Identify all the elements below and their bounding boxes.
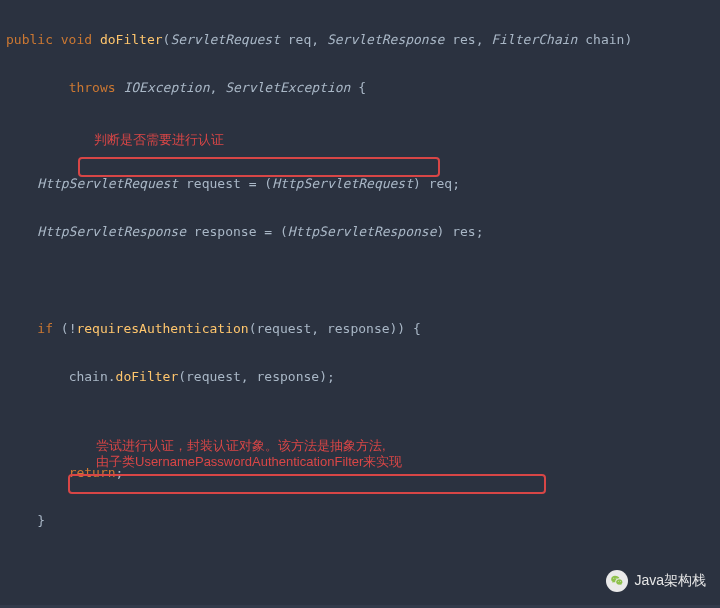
param2-name: res <box>452 32 475 47</box>
param1-name: req <box>288 32 311 47</box>
decl2-rhs: res <box>452 224 475 239</box>
annotation-note-1: 判断是否需要进行认证 <box>94 132 224 148</box>
param3-type: FilterChain <box>491 32 577 47</box>
watermark-text: Java架构栈 <box>634 568 706 594</box>
annotation-box-1 <box>78 157 440 177</box>
decl2-type: HttpServletResponse <box>37 224 186 239</box>
method-name: doFilter <box>100 32 163 47</box>
if1-arg1: request <box>256 321 311 336</box>
kw-public: public <box>6 32 53 47</box>
param1-type: ServletRequest <box>170 32 280 47</box>
chain-method: doFilter <box>116 369 179 384</box>
chain-arg2: response <box>257 369 320 384</box>
if1-call: requiresAuthentication <box>76 321 248 336</box>
exc1: IOException <box>123 80 209 95</box>
chain-obj: chain <box>69 369 108 384</box>
decl2-var: response <box>194 224 257 239</box>
param2-type: ServletResponse <box>327 32 444 47</box>
code-block: public void doFilter(ServletRequest req,… <box>0 0 720 608</box>
decl2-cast: HttpServletResponse <box>288 224 437 239</box>
note2-line1: 尝试进行认证，封装认证对象。该方法是抽象方法, <box>96 438 386 453</box>
kw-throws: throws <box>69 80 116 95</box>
note2-line2: 由子类UsernamePasswordAuthenticationFilter来… <box>96 454 402 469</box>
watermark: Java架构栈 <box>606 568 706 594</box>
exc2: ServletException <box>225 80 350 95</box>
if1-arg2: response <box>327 321 390 336</box>
annotation-note-2: 尝试进行认证，封装认证对象。该方法是抽象方法,由子类UsernamePasswo… <box>96 438 456 471</box>
param3-name: chain <box>585 32 624 47</box>
annotation-box-2 <box>68 474 546 494</box>
chain-arg1: request <box>186 369 241 384</box>
decl1-rhs: req <box>429 176 452 191</box>
kw-void: void <box>61 32 92 47</box>
decl1-var: request <box>186 176 241 191</box>
if1-kw: if <box>37 321 53 336</box>
decl1-type: HttpServletRequest <box>37 176 178 191</box>
wechat-icon <box>606 570 628 592</box>
decl1-cast: HttpServletRequest <box>272 176 413 191</box>
